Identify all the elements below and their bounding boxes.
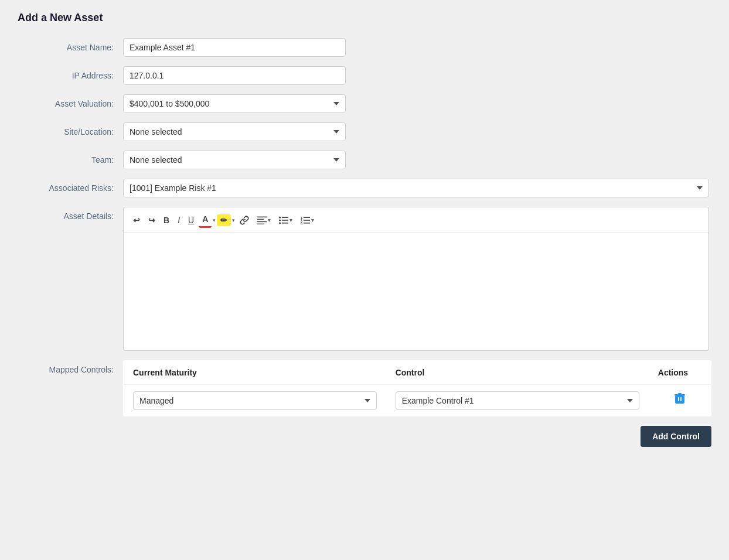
asset-details-content[interactable] <box>124 233 708 350</box>
link-button[interactable] <box>236 213 253 227</box>
svg-point-6 <box>279 219 281 221</box>
mapped-controls-table: Current Maturity Control Actions Initial… <box>123 360 711 416</box>
italic-button[interactable]: I <box>174 213 183 227</box>
ip-address-wrap <box>123 66 475 85</box>
site-location-row: Site/Location: None selected Site A Site… <box>18 122 711 141</box>
col-maturity-header: Current Maturity <box>124 361 386 385</box>
align-button[interactable]: ▾ <box>254 214 274 227</box>
ip-address-input[interactable] <box>123 66 346 85</box>
svg-rect-18 <box>680 397 682 401</box>
svg-rect-9 <box>282 223 288 224</box>
mapped-controls-wrap: Current Maturity Control Actions Initial… <box>123 360 711 416</box>
bullet-chevron: ▾ <box>289 217 292 223</box>
maturity-select[interactable]: Initial Managed Defined Quantitatively M… <box>133 391 377 410</box>
svg-rect-17 <box>678 397 679 401</box>
associated-risks-label: Associated Risks: <box>18 179 123 193</box>
svg-rect-15 <box>304 223 310 224</box>
col-control-header: Control <box>386 361 649 385</box>
font-color-button[interactable]: A <box>199 212 212 228</box>
svg-point-4 <box>279 216 281 218</box>
table-row: Initial Managed Defined Quantitatively M… <box>124 385 711 416</box>
col-actions-header: Actions <box>649 361 711 385</box>
svg-rect-1 <box>257 218 264 220</box>
svg-rect-7 <box>282 220 288 221</box>
associated-risks-select[interactable]: [1001] Example Risk #1 [1002] Example Ri… <box>123 179 709 197</box>
svg-rect-3 <box>257 223 264 224</box>
asset-valuation-row: Asset Valuation: $0 to $100,000 $100,001… <box>18 94 711 113</box>
asset-valuation-label: Asset Valuation: <box>18 94 123 108</box>
mapped-controls-label: Mapped Controls: <box>18 360 123 374</box>
table-header-row: Current Maturity Control Actions <box>124 361 711 385</box>
redo-button[interactable]: ↪ <box>145 213 159 227</box>
svg-rect-16 <box>675 395 684 404</box>
svg-rect-5 <box>282 217 288 218</box>
font-color-chevron: ▾ <box>213 217 216 223</box>
associated-risks-row: Associated Risks: [1001] Example Risk #1… <box>18 179 711 197</box>
page-title: Add a New Asset <box>18 12 711 24</box>
add-control-row: Add Control <box>18 426 711 447</box>
maturity-cell: Initial Managed Defined Quantitatively M… <box>124 385 386 416</box>
numbered-list-button[interactable]: 1.2.3. ▾ <box>297 214 318 227</box>
numbered-chevron: ▾ <box>311 217 314 223</box>
site-location-wrap: None selected Site A Site B <box>123 122 475 141</box>
associated-risks-wrap: [1001] Example Risk #1 [1002] Example Ri… <box>123 179 709 197</box>
align-chevron: ▾ <box>268 217 271 223</box>
asset-name-row: Asset Name: <box>18 38 711 57</box>
ip-address-row: IP Address: <box>18 66 711 85</box>
highlight-chevron: ▾ <box>232 217 235 223</box>
asset-name-label: Asset Name: <box>18 38 123 52</box>
add-asset-form: Asset Name: IP Address: Asset Valuation:… <box>18 38 711 447</box>
page-container: Add a New Asset Asset Name: IP Address: … <box>0 0 729 560</box>
mapped-controls-row: Mapped Controls: Current Maturity Contro… <box>18 360 711 416</box>
control-select[interactable]: Example Control #1 Example Control #2 Ex… <box>396 391 639 410</box>
asset-name-input[interactable] <box>123 38 346 57</box>
asset-name-wrap <box>123 38 475 57</box>
bold-button[interactable]: B <box>160 213 173 227</box>
asset-valuation-wrap: $0 to $100,000 $100,001 to $200,000 $200… <box>123 94 475 113</box>
svg-rect-0 <box>257 216 267 217</box>
team-label: Team: <box>18 151 123 165</box>
site-location-label: Site/Location: <box>18 122 123 136</box>
svg-rect-13 <box>304 220 310 221</box>
svg-rect-11 <box>304 217 310 218</box>
asset-details-wrap: ↩ ↪ B I U A ▾ ✏ ▾ ▾ <box>123 207 709 351</box>
asset-details-label: Asset Details: <box>18 207 123 221</box>
underline-button[interactable]: U <box>185 213 197 227</box>
svg-rect-2 <box>257 221 267 222</box>
rich-text-editor: ↩ ↪ B I U A ▾ ✏ ▾ ▾ <box>123 207 709 351</box>
bullet-list-button[interactable]: ▾ <box>275 214 296 227</box>
svg-text:3.: 3. <box>301 222 303 224</box>
actions-cell <box>649 385 711 416</box>
asset-details-row: Asset Details: ↩ ↪ B I U A ▾ ✏ ▾ <box>18 207 711 351</box>
undo-button[interactable]: ↩ <box>130 213 144 227</box>
asset-valuation-select[interactable]: $0 to $100,000 $100,001 to $200,000 $200… <box>123 94 346 113</box>
site-location-select[interactable]: None selected Site A Site B <box>123 122 346 141</box>
add-control-button[interactable]: Add Control <box>641 426 711 447</box>
team-wrap: None selected Team A Team B <box>123 151 475 169</box>
svg-rect-20 <box>678 393 682 395</box>
team-select[interactable]: None selected Team A Team B <box>123 151 346 169</box>
team-row: Team: None selected Team A Team B <box>18 151 711 169</box>
highlight-button[interactable]: ✏ <box>217 214 231 226</box>
control-cell: Example Control #1 Example Control #2 Ex… <box>386 385 649 416</box>
svg-point-8 <box>279 222 281 224</box>
delete-row-button[interactable] <box>672 391 687 410</box>
rich-text-toolbar: ↩ ↪ B I U A ▾ ✏ ▾ ▾ <box>124 207 708 233</box>
ip-address-label: IP Address: <box>18 66 123 80</box>
